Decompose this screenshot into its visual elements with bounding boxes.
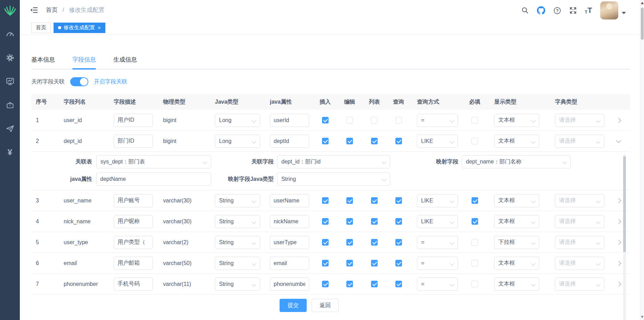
required-checkbox[interactable]: [472, 281, 478, 287]
display-type-select[interactable]: 文本框: [494, 257, 539, 270]
edit-checkbox[interactable]: [346, 239, 353, 246]
insert-checkbox[interactable]: [322, 239, 329, 246]
java-field-input[interactable]: [270, 194, 309, 207]
java-type-select[interactable]: String: [215, 257, 260, 270]
search-button[interactable]: [521, 7, 529, 14]
mapping-field-select[interactable]: dept_name：部门名称: [462, 155, 571, 168]
java-field-input[interactable]: [270, 236, 309, 249]
scroll-up-icon[interactable]: [641, 2, 644, 4]
query-type-select[interactable]: =: [417, 278, 458, 291]
list-checkbox[interactable]: [371, 218, 378, 225]
required-checkbox[interactable]: [472, 117, 478, 123]
sidebar-item-system[interactable]: [0, 46, 20, 70]
close-icon[interactable]: ×: [98, 25, 101, 31]
scroll-down-icon[interactable]: [641, 316, 644, 318]
display-type-select[interactable]: 文本框: [494, 194, 539, 207]
java-type-select[interactable]: String: [215, 236, 260, 249]
field-desc-input[interactable]: [114, 135, 153, 148]
field-desc-input[interactable]: [114, 257, 153, 270]
sidebar-item-tool[interactable]: [0, 93, 20, 117]
fullscreen-button[interactable]: [569, 7, 577, 14]
query-checkbox[interactable]: [395, 239, 402, 246]
app-logo[interactable]: [0, 0, 20, 21]
expand-icon[interactable]: [616, 118, 621, 122]
edit-checkbox[interactable]: [346, 138, 353, 144]
list-checkbox[interactable]: [371, 197, 378, 204]
help-button[interactable]: ?: [553, 7, 561, 15]
list-checkbox[interactable]: [371, 117, 378, 123]
query-checkbox[interactable]: [395, 197, 402, 204]
tag-home[interactable]: 首页: [31, 23, 51, 33]
required-checkbox[interactable]: [472, 197, 478, 204]
query-type-select[interactable]: LIKE: [417, 194, 458, 207]
dict-type-select[interactable]: 请选择: [555, 257, 604, 270]
java-attr-input[interactable]: [96, 173, 211, 186]
dict-type-select[interactable]: 请选择: [555, 236, 604, 249]
java-field-input[interactable]: [270, 114, 309, 127]
java-field-input[interactable]: [270, 278, 309, 291]
list-checkbox[interactable]: [371, 239, 378, 246]
query-checkbox[interactable]: [395, 117, 402, 123]
java-field-input[interactable]: [270, 257, 309, 270]
back-button[interactable]: 返回: [312, 299, 339, 312]
expand-icon[interactable]: [616, 240, 621, 245]
dict-type-select[interactable]: 请选择: [555, 135, 604, 148]
dict-type-select[interactable]: 请选择: [555, 278, 604, 291]
required-checkbox[interactable]: [472, 218, 478, 225]
query-type-select[interactable]: LIKE: [417, 135, 458, 148]
insert-checkbox[interactable]: [322, 117, 329, 123]
expand-icon[interactable]: [616, 261, 621, 265]
required-checkbox[interactable]: [472, 138, 478, 144]
tab-field-info[interactable]: 字段信息: [72, 56, 96, 69]
query-type-select[interactable]: LIKE: [417, 215, 458, 228]
sidebar-item-pay[interactable]: ¥: [0, 141, 20, 164]
java-type-select[interactable]: String: [215, 215, 260, 228]
expand-icon[interactable]: [616, 138, 621, 143]
query-type-select[interactable]: =: [417, 114, 458, 127]
relation-toggle-switch[interactable]: [70, 77, 88, 86]
page-scrollbar[interactable]: [640, 0, 644, 320]
table-scrollbar-thumb[interactable]: [623, 156, 626, 252]
java-type-select[interactable]: String: [215, 278, 260, 291]
sidebar-collapse-button[interactable]: [30, 7, 38, 15]
display-type-select[interactable]: 文本框: [494, 135, 539, 148]
edit-checkbox[interactable]: [346, 218, 353, 225]
edit-checkbox[interactable]: [346, 197, 353, 204]
sidebar-item-dashboard[interactable]: [0, 22, 20, 46]
required-checkbox[interactable]: [472, 239, 478, 246]
table-scrollbar[interactable]: [623, 154, 626, 320]
display-type-select[interactable]: 文本框: [494, 215, 539, 228]
query-type-select[interactable]: =: [417, 236, 458, 249]
java-type-select[interactable]: Long: [215, 135, 260, 148]
tab-basic-info[interactable]: 基本信息: [31, 56, 55, 69]
expand-icon[interactable]: [616, 198, 621, 203]
field-desc-input[interactable]: [114, 114, 153, 127]
submit-button[interactable]: 提交: [280, 299, 307, 312]
query-checkbox[interactable]: [395, 260, 402, 266]
java-field-input[interactable]: [270, 135, 309, 148]
edit-checkbox[interactable]: [346, 281, 353, 287]
dict-type-select[interactable]: 请选择: [555, 194, 604, 207]
relation-table-select[interactable]: sys_dept：部门表: [96, 155, 211, 168]
query-checkbox[interactable]: [395, 138, 402, 144]
field-desc-input[interactable]: [114, 278, 153, 291]
display-type-select[interactable]: 下拉框: [494, 236, 539, 249]
field-desc-input[interactable]: [114, 215, 153, 228]
insert-checkbox[interactable]: [322, 197, 329, 204]
page-scrollbar-thumb[interactable]: [641, 8, 644, 40]
java-type-select[interactable]: Long: [215, 114, 260, 127]
breadcrumb-home[interactable]: 首页: [46, 7, 58, 13]
field-desc-input[interactable]: [114, 236, 153, 249]
tag-current[interactable]: 修改生成配置 ×: [54, 23, 105, 33]
edit-checkbox[interactable]: [346, 260, 353, 266]
query-checkbox[interactable]: [395, 218, 402, 225]
list-checkbox[interactable]: [371, 260, 378, 266]
display-type-select[interactable]: 文本框: [494, 278, 539, 291]
query-checkbox[interactable]: [395, 281, 402, 287]
mapping-javatype-select[interactable]: String: [277, 173, 390, 186]
sidebar-item-monitor[interactable]: [0, 70, 20, 93]
github-button[interactable]: [537, 6, 545, 15]
edit-checkbox[interactable]: [346, 117, 353, 123]
java-type-select[interactable]: String: [215, 194, 260, 207]
insert-checkbox[interactable]: [322, 138, 329, 144]
